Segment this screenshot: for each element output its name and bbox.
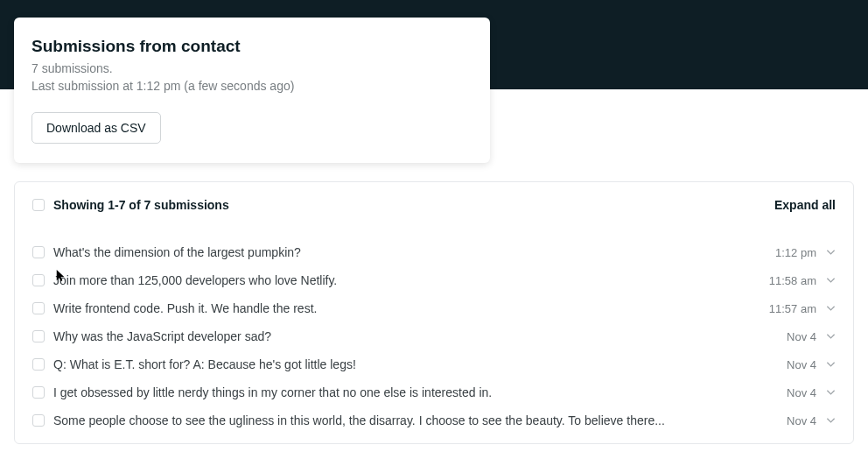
- chevron-down-icon[interactable]: [825, 387, 836, 398]
- submission-text: Some people choose to see the ugliness i…: [53, 413, 787, 427]
- chevron-down-icon[interactable]: [825, 275, 836, 286]
- expand-all-button[interactable]: Expand all: [774, 198, 836, 212]
- submission-time: 1:12 pm: [775, 246, 816, 259]
- submission-time: 11:57 am: [769, 302, 816, 315]
- submission-text: Join more than 125,000 developers who lo…: [53, 273, 769, 287]
- submission-time: 11:58 am: [769, 274, 816, 287]
- submission-row[interactable]: I get obsessed by little nerdy things in…: [32, 378, 836, 406]
- chevron-down-icon[interactable]: [825, 331, 836, 342]
- header-card: Submissions from contact 7 submissions. …: [14, 18, 490, 163]
- submissions-panel: Showing 1-7 of 7 submissions Expand all …: [14, 181, 854, 444]
- select-all-checkbox[interactable]: [32, 199, 45, 211]
- submission-text: Write frontend code. Push it. We handle …: [53, 301, 769, 315]
- chevron-down-icon[interactable]: [825, 359, 836, 370]
- submission-time: Nov 4: [787, 386, 816, 399]
- submission-row[interactable]: Join more than 125,000 developers who lo…: [32, 266, 836, 294]
- submission-text: Why was the JavaScript developer sad?: [53, 329, 787, 343]
- submission-text: What's the dimension of the largest pump…: [53, 245, 775, 259]
- chevron-down-icon[interactable]: [825, 247, 836, 258]
- submission-row[interactable]: Some people choose to see the ugliness i…: [32, 406, 836, 434]
- submission-time: Nov 4: [787, 414, 816, 427]
- submission-checkbox[interactable]: [32, 302, 45, 314]
- page-title: Submissions from contact: [32, 37, 472, 56]
- submission-count: 7 submissions.: [32, 61, 472, 75]
- submission-row[interactable]: Why was the JavaScript developer sad?Nov…: [32, 322, 836, 350]
- panel-header: Showing 1-7 of 7 submissions Expand all: [32, 198, 836, 212]
- submission-text: Q: What is E.T. short for? A: Because he…: [53, 357, 787, 371]
- chevron-down-icon[interactable]: [825, 415, 836, 426]
- chevron-down-icon[interactable]: [825, 303, 836, 314]
- submissions-list: What's the dimension of the largest pump…: [32, 238, 836, 434]
- submission-checkbox[interactable]: [32, 246, 45, 258]
- submission-checkbox[interactable]: [32, 358, 45, 371]
- last-submission-time: Last submission at 1:12 pm (a few second…: [32, 79, 472, 93]
- submission-checkbox[interactable]: [32, 274, 45, 286]
- download-csv-button[interactable]: Download as CSV: [32, 112, 161, 144]
- submission-text: I get obsessed by little nerdy things in…: [53, 385, 787, 399]
- showing-count: Showing 1-7 of 7 submissions: [53, 198, 774, 212]
- submission-checkbox[interactable]: [32, 386, 45, 399]
- submission-row[interactable]: What's the dimension of the largest pump…: [32, 238, 836, 266]
- submission-row[interactable]: Q: What is E.T. short for? A: Because he…: [32, 350, 836, 378]
- submission-time: Nov 4: [787, 358, 816, 371]
- submission-checkbox[interactable]: [32, 414, 45, 427]
- submission-time: Nov 4: [787, 330, 816, 343]
- submission-row[interactable]: Write frontend code. Push it. We handle …: [32, 294, 836, 322]
- submission-checkbox[interactable]: [32, 330, 45, 342]
